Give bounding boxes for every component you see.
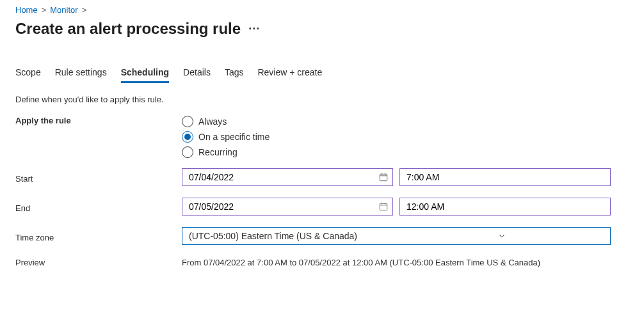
radio-recurring[interactable]: Recurring: [182, 146, 629, 158]
breadcrumb-sep: >: [42, 5, 47, 15]
timezone-label: Time zone: [15, 230, 182, 242]
apply-rule-label: Apply the rule: [15, 116, 182, 125]
radio-icon: [182, 131, 193, 143]
radio-specific-label: On a specific time: [198, 132, 270, 142]
apply-rule-radio-group: Always On a specific time Recurring: [182, 116, 629, 158]
start-time-input[interactable]: [399, 168, 611, 186]
tab-rule-settings[interactable]: Rule settings: [55, 63, 107, 83]
calendar-icon[interactable]: [378, 172, 389, 182]
more-actions-button[interactable]: ···: [248, 23, 260, 35]
breadcrumb: Home > Monitor >: [15, 5, 629, 15]
svg-rect-4: [380, 203, 387, 210]
tab-scheduling[interactable]: Scheduling: [121, 63, 169, 83]
page-title: Create an alert processing rule: [15, 20, 241, 38]
timezone-value: (UTC-05:00) Eastern Time (US & Canada): [189, 231, 398, 241]
intro-text: Define when you'd like to apply this rul…: [15, 95, 629, 104]
tab-tags[interactable]: Tags: [225, 63, 244, 83]
start-time-field[interactable]: [407, 172, 604, 182]
tab-scope[interactable]: Scope: [15, 63, 41, 83]
start-date-input[interactable]: [182, 168, 393, 186]
end-date-field[interactable]: [189, 201, 378, 212]
calendar-icon[interactable]: [378, 201, 389, 212]
radio-always[interactable]: Always: [182, 116, 629, 127]
breadcrumb-home[interactable]: Home: [15, 5, 38, 15]
end-time-input[interactable]: [399, 198, 611, 216]
breadcrumb-monitor[interactable]: Monitor: [50, 5, 77, 15]
radio-icon: [182, 146, 193, 158]
radio-recurring-label: Recurring: [198, 147, 237, 157]
timezone-select[interactable]: (UTC-05:00) Eastern Time (US & Canada): [182, 227, 611, 245]
start-label: Start: [15, 171, 182, 184]
end-label: End: [15, 201, 182, 213]
radio-always-label: Always: [198, 116, 227, 127]
end-time-field[interactable]: [407, 201, 604, 212]
breadcrumb-sep: >: [82, 5, 87, 15]
tabs: Scope Rule settings Scheduling Details T…: [15, 63, 629, 83]
svg-rect-0: [380, 174, 387, 181]
tab-details[interactable]: Details: [183, 63, 211, 83]
preview-text: From 07/04/2022 at 7:00 AM to 07/05/2022…: [182, 255, 629, 267]
chevron-down-icon: [398, 232, 606, 240]
preview-label: Preview: [15, 255, 182, 267]
radio-icon: [182, 116, 193, 127]
end-date-input[interactable]: [182, 198, 393, 216]
start-date-field[interactable]: [189, 172, 378, 182]
tab-review-create[interactable]: Review + create: [257, 63, 322, 83]
radio-specific-time[interactable]: On a specific time: [182, 131, 629, 143]
